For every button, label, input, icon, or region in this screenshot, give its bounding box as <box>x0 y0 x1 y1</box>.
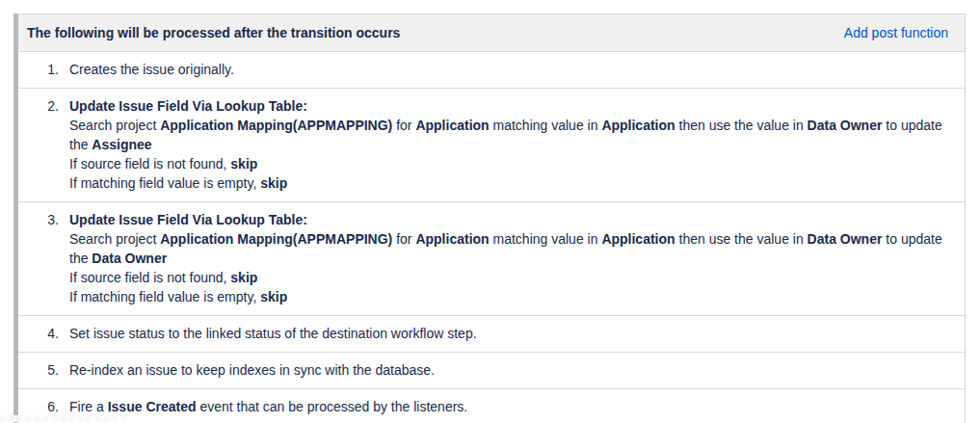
item-number: 1. <box>18 60 59 79</box>
text-segment: If source field is not found, <box>69 270 230 285</box>
text-segment: Data Owner <box>92 251 167 266</box>
text-segment: Application <box>601 231 675 247</box>
text-segment: Application Mapping(APPMAPPING) <box>160 118 392 133</box>
item-line: Search project Application Mapping(APPMA… <box>69 229 949 268</box>
item-number: 5. <box>18 360 59 380</box>
item-number: 6. <box>18 397 59 416</box>
text-segment: Issue Created <box>108 399 197 414</box>
item-line: Update Issue Field Via Lookup Table: <box>69 210 949 229</box>
text-segment: If matching field value is empty, <box>69 289 260 304</box>
text-segment: Fire a <box>69 399 108 414</box>
text-segment: matching value in <box>490 231 602 247</box>
text-segment: Application <box>415 231 489 247</box>
item-line: Re-index an issue to keep indexes in syn… <box>69 360 949 380</box>
text-segment: Creates the issue originally. <box>69 62 234 77</box>
text-segment: Search project <box>69 118 160 133</box>
panel-title: The following will be processed after th… <box>27 23 400 42</box>
text-segment: Update Issue Field Via Lookup Table: <box>69 98 307 114</box>
text-segment: Application <box>601 118 675 133</box>
text-segment: skip <box>260 175 287 191</box>
panel-header: The following will be processed after th… <box>18 14 965 52</box>
text-segment: Data Owner <box>808 118 883 133</box>
item-content: Update Issue Field Via Lookup Table:Sear… <box>69 210 949 306</box>
post-function-row: 4. Set issue status to the linked status… <box>18 315 965 352</box>
text-segment: Set issue status to the linked status of… <box>69 326 477 341</box>
text-segment: Search project <box>69 231 160 247</box>
text-segment: If source field is not found, <box>69 156 230 172</box>
item-line: If source field is not found, skip <box>69 268 949 287</box>
item-line: If source field is not found, skip <box>69 154 949 173</box>
post-functions-panel: The following will be processed after th… <box>13 13 966 423</box>
text-segment: Application <box>415 118 489 133</box>
text-segment: Application Mapping(APPMAPPING) <box>160 231 392 247</box>
text-segment: If matching field value is empty, <box>69 175 260 191</box>
post-function-row: 6. Fire a Issue Created event that can b… <box>18 388 965 423</box>
text-segment: skip <box>230 270 257 285</box>
item-line: Set issue status to the linked status of… <box>69 324 949 343</box>
text-segment: Assignee <box>92 137 151 152</box>
item-number: 3. <box>18 210 59 229</box>
item-content: Set issue status to the linked status of… <box>69 324 949 343</box>
page: The following will be processed after th… <box>0 0 980 423</box>
item-line: If matching field value is empty, skip <box>69 287 949 306</box>
text-segment: Update Issue Field Via Lookup Table: <box>69 212 307 227</box>
item-content: Update Issue Field Via Lookup Table:Sear… <box>69 96 949 193</box>
post-function-row: 1. Creates the issue originally. <box>18 52 965 88</box>
text-segment: then use the value in <box>675 231 808 247</box>
item-line: Fire a Issue Created event that can be p… <box>69 397 949 416</box>
item-number: 2. <box>18 96 59 116</box>
item-line: If matching field value is empty, skip <box>69 173 949 193</box>
post-function-row: 2. Update Issue Field Via Lookup Table:S… <box>18 88 965 201</box>
text-segment: skip <box>260 289 287 304</box>
item-line: Creates the issue originally. <box>69 60 949 79</box>
post-function-list: 1. Creates the issue originally. 2. Upda… <box>18 52 965 423</box>
post-function-row: 5. Re-index an issue to keep indexes in … <box>18 352 965 388</box>
text-segment: for <box>392 118 415 133</box>
cutoff-artifact <box>0 415 128 422</box>
text-segment: for <box>392 231 415 247</box>
text-segment: Re-index an issue to keep indexes in syn… <box>69 362 435 378</box>
item-content: Creates the issue originally. <box>69 60 949 79</box>
item-number: 4. <box>18 324 59 343</box>
item-line: Search project Application Mapping(APPMA… <box>69 116 949 154</box>
text-segment: skip <box>230 156 257 172</box>
item-line: Update Issue Field Via Lookup Table: <box>69 96 949 116</box>
item-content: Re-index an issue to keep indexes in syn… <box>69 360 949 380</box>
post-function-row: 3. Update Issue Field Via Lookup Table:S… <box>18 201 965 315</box>
text-segment: matching value in <box>490 118 602 133</box>
item-content: Fire a Issue Created event that can be p… <box>69 397 949 416</box>
text-segment: event that can be processed by the liste… <box>197 399 468 414</box>
text-segment: Data Owner <box>808 231 883 247</box>
add-post-function-link[interactable]: Add post function <box>844 23 948 42</box>
text-segment: then use the value in <box>675 118 808 133</box>
